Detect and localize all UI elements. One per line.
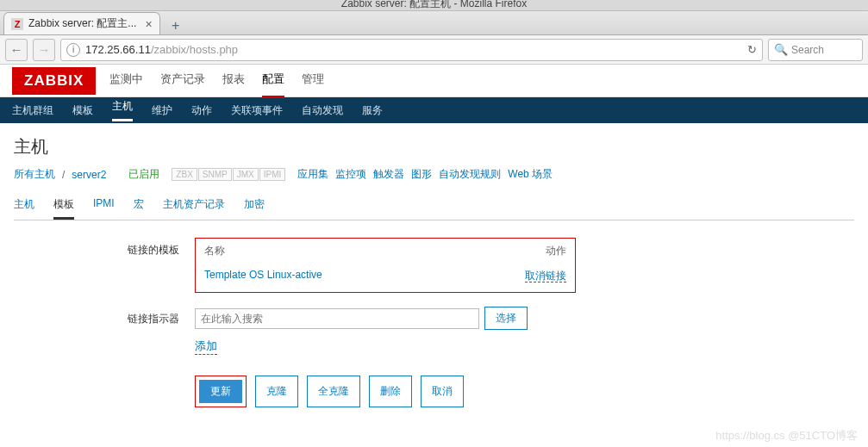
close-icon[interactable]: ×	[145, 17, 152, 31]
browser-search[interactable]: 🔍 Search	[768, 39, 863, 61]
window-titlebar: Zabbix server: 配置主机 - Mozilla Firefox	[0, 0, 868, 11]
templates-form: 链接的模板 名称 动作 Template OS Linux-active 取消链…	[14, 238, 854, 407]
breadcrumb: 所有主机 / server2 已启用 ZBX SNMP JMX IPMI 应用集…	[14, 167, 854, 182]
subnav-maintenance[interactable]: 维护	[152, 103, 172, 118]
tab-host[interactable]: 主机	[14, 192, 34, 220]
linked-templates-label: 链接的模板	[117, 238, 195, 258]
subnav-templates[interactable]: 模板	[72, 103, 93, 118]
unlink-link[interactable]: 取消链接	[525, 270, 566, 282]
cancel-button[interactable]: 取消	[421, 376, 464, 407]
crumb-all-hosts[interactable]: 所有主机	[14, 167, 55, 182]
crumb-separator: /	[62, 169, 65, 181]
subnav-correlation[interactable]: 关联项事件	[231, 103, 283, 118]
action-buttons: 更新 克隆 全克隆 删除 取消	[195, 376, 464, 407]
tab-ipmi[interactable]: IPMI	[93, 192, 115, 220]
forward-button[interactable]: →	[33, 39, 55, 61]
clone-button[interactable]: 克隆	[255, 376, 298, 407]
subnav-hosts[interactable]: 主机	[112, 99, 133, 121]
search-placeholder: Search	[791, 44, 824, 56]
link-discovery-rules[interactable]: 自动发现规则	[439, 167, 501, 182]
browser-tabbar: Z Zabbix server: 配置主... × +	[0, 11, 868, 35]
browser-tab[interactable]: Z Zabbix server: 配置主... ×	[3, 12, 160, 34]
delete-button[interactable]: 删除	[369, 376, 412, 407]
tab-encryption[interactable]: 加密	[244, 192, 265, 220]
update-button[interactable]: 更新	[199, 380, 242, 403]
col-name: 名称	[204, 244, 546, 258]
menu-inventory[interactable]: 资产记录	[160, 63, 205, 98]
link-applications[interactable]: 应用集	[297, 167, 328, 182]
menu-administration[interactable]: 管理	[302, 63, 324, 98]
tab-inventory[interactable]: 主机资产记录	[163, 192, 225, 220]
watermark: https://blog.cs @51CTO博客	[715, 428, 858, 430]
tab-title: Zabbix server: 配置主...	[28, 16, 136, 31]
new-tab-button[interactable]: +	[165, 17, 186, 34]
full-clone-button[interactable]: 全克隆	[307, 376, 360, 407]
status-enabled: 已启用	[128, 167, 159, 182]
zabbix-header: ZABBIX 监测中 资产记录 报表 配置 管理	[0, 65, 868, 97]
subnav-hostgroups[interactable]: 主机群组	[12, 103, 53, 118]
tab-templates[interactable]: 模板	[53, 192, 74, 220]
link-web[interactable]: Web 场景	[508, 167, 553, 182]
zabbix-favicon: Z	[11, 18, 23, 30]
host-tabs: 主机 模板 IPMI 宏 主机资产记录 加密	[14, 192, 854, 220]
url-bar[interactable]: i 172.25.66.11/zabbix/hosts.php ↻	[60, 39, 763, 61]
link-graphs[interactable]: 图形	[411, 167, 432, 182]
back-button[interactable]: ←	[5, 39, 28, 61]
main-menu: 监测中 资产记录 报表 配置 管理	[109, 63, 324, 98]
link-new-label: 链接指示器	[117, 307, 195, 326]
subnav-services[interactable]: 服务	[362, 103, 383, 118]
badge-zbx: ZBX	[172, 168, 197, 181]
badge-ipmi: IPMI	[259, 168, 286, 181]
browser-navbar: ← → i 172.25.66.11/zabbix/hosts.php ↻ 🔍 …	[0, 35, 868, 65]
col-action: 动作	[546, 244, 566, 258]
search-icon: 🔍	[774, 43, 788, 56]
select-button[interactable]: 选择	[484, 307, 528, 330]
menu-monitoring[interactable]: 监测中	[109, 63, 143, 98]
page-title: 主机	[14, 135, 854, 158]
linked-templates-box: 名称 动作 Template OS Linux-active 取消链接	[195, 238, 576, 293]
zabbix-logo[interactable]: ZABBIX	[12, 67, 96, 95]
interface-badges: ZBX SNMP JMX IPMI	[172, 168, 285, 181]
update-highlight: 更新	[195, 376, 247, 407]
crumb-host[interactable]: server2	[72, 169, 106, 181]
menu-configuration[interactable]: 配置	[262, 63, 284, 98]
sub-nav: 主机群组 模板 主机 维护 动作 关联项事件 自动发现 服务	[0, 97, 868, 123]
subnav-discovery[interactable]: 自动发现	[302, 103, 343, 118]
tab-macros[interactable]: 宏	[134, 192, 144, 220]
template-search-input[interactable]	[195, 308, 479, 329]
url-text: 172.25.66.11/zabbix/hosts.php	[85, 43, 238, 56]
menu-reports[interactable]: 报表	[222, 63, 245, 98]
link-items[interactable]: 监控项	[335, 167, 366, 182]
subnav-actions[interactable]: 动作	[191, 103, 212, 118]
badge-jmx: JMX	[233, 168, 259, 181]
add-link[interactable]: 添加	[195, 338, 217, 355]
info-icon[interactable]: i	[66, 43, 80, 57]
link-triggers[interactable]: 触发器	[373, 167, 404, 182]
reload-icon[interactable]: ↻	[747, 43, 757, 56]
badge-snmp: SNMP	[198, 168, 232, 181]
template-link[interactable]: Template OS Linux-active	[204, 269, 322, 281]
